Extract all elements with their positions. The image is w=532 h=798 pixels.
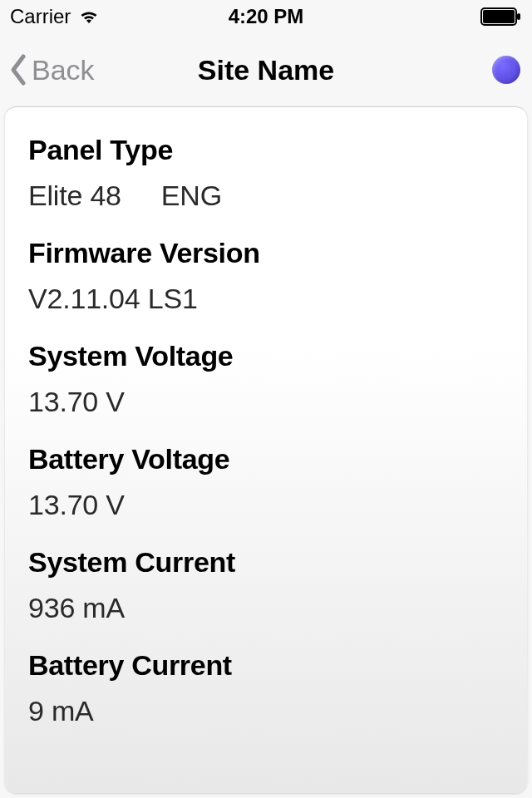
panel-type-model: Elite 48: [28, 180, 121, 212]
field-battery-current: Battery Current 9 mA: [28, 649, 504, 727]
field-firmware: Firmware Version V2.11.04 LS1: [28, 237, 504, 315]
field-label-system-current: System Current: [28, 546, 504, 579]
field-label-battery-current: Battery Current: [28, 649, 504, 682]
svg-rect-1: [483, 10, 515, 23]
status-left: Carrier: [10, 5, 101, 28]
back-button[interactable]: Back: [8, 53, 95, 86]
status-bar: Carrier 4:20 PM: [0, 0, 532, 33]
field-label-battery-voltage: Battery Voltage: [28, 443, 504, 475]
field-system-current: System Current 936 mA: [28, 546, 504, 624]
field-system-voltage: System Voltage 13.70 V: [28, 340, 504, 418]
status-time: 4:20 PM: [229, 5, 304, 28]
info-card: Panel Type Elite 48 ENG Firmware Version…: [5, 106, 527, 793]
field-value-battery-current: 9 mA: [28, 695, 504, 727]
wifi-icon: [77, 8, 101, 25]
field-value-system-voltage: 13.70 V: [28, 386, 504, 418]
field-value-system-current: 936 mA: [28, 592, 504, 624]
status-right: [480, 7, 522, 26]
carrier-label: Carrier: [10, 5, 71, 28]
field-value-panel-type: Elite 48 ENG: [28, 180, 504, 212]
battery-icon: [480, 7, 522, 26]
nav-bar: Back Site Name: [0, 33, 532, 106]
field-label-panel-type: Panel Type: [28, 134, 504, 166]
back-label: Back: [32, 54, 95, 86]
field-battery-voltage: Battery Voltage 13.70 V: [28, 443, 504, 521]
chevron-left-icon: [8, 53, 28, 86]
svg-rect-2: [517, 13, 520, 20]
field-label-system-voltage: System Voltage: [28, 340, 504, 372]
panel-type-lang: ENG: [161, 180, 222, 212]
status-indicator-dot[interactable]: [492, 56, 520, 84]
field-value-firmware: V2.11.04 LS1: [28, 283, 504, 315]
field-panel-type: Panel Type Elite 48 ENG: [28, 134, 504, 212]
page-title: Site Name: [198, 54, 334, 86]
field-label-firmware: Firmware Version: [28, 237, 504, 269]
field-value-battery-voltage: 13.70 V: [28, 489, 504, 521]
